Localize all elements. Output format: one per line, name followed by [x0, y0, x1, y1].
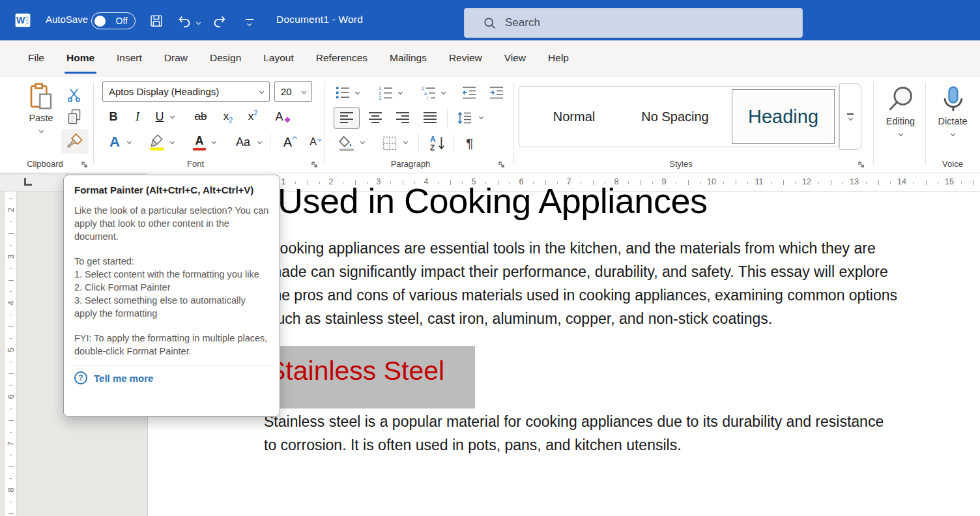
tell-me-more-link[interactable]: ? Tell me more: [74, 371, 269, 384]
paragraph-line: Stainless steel is a popular material fo…: [264, 413, 884, 431]
superscript-2: 2: [253, 109, 257, 117]
svg-text:Z: Z: [430, 143, 435, 152]
increase-indent-button[interactable]: [485, 82, 508, 103]
tab-review[interactable]: Review: [438, 40, 493, 77]
multilevel-list-button[interactable]: 1 a i: [418, 82, 439, 103]
autosave-toggle[interactable]: Off: [91, 12, 136, 29]
tooltip-title: Format Painter (Alt+Ctrl+C, Alt+Ctrl+V): [74, 184, 269, 195]
shrink-font-button[interactable]: A: [304, 130, 327, 154]
save-icon[interactable]: [150, 14, 163, 27]
shading-button[interactable]: [335, 132, 358, 155]
autosave-state: Off: [116, 16, 128, 26]
line-spacing-button[interactable]: [452, 107, 477, 129]
undo-dropdown-chevron[interactable]: [196, 20, 201, 25]
grow-font-button[interactable]: A: [278, 130, 302, 154]
subscript-2: 2: [229, 116, 233, 124]
quick-access-toolbar-icon[interactable]: [246, 19, 253, 20]
change-case-chevron[interactable]: [257, 139, 262, 144]
tooltip-step: 3. Select something else to automaticall…: [74, 294, 269, 320]
editing-button[interactable]: Editing: [876, 83, 925, 155]
decrease-indent-button[interactable]: [457, 82, 481, 103]
align-center-button[interactable]: [362, 107, 388, 129]
tab-mailings[interactable]: Mailings: [379, 40, 438, 77]
font-name-combobox[interactable]: Aptos Display (Headings): [102, 81, 270, 102]
tab-help[interactable]: Help: [537, 40, 580, 77]
tab-draw[interactable]: Draw: [153, 40, 199, 77]
svg-text:W: W: [16, 15, 25, 25]
format-painter-button[interactable]: [61, 129, 89, 154]
search-box[interactable]: Search: [464, 8, 803, 38]
dictate-button[interactable]: Dictate: [928, 83, 977, 155]
section-heading: Stainless Steel: [268, 356, 444, 386]
style-heading-selected[interactable]: Heading: [732, 89, 835, 144]
bold-button[interactable]: B: [103, 106, 124, 128]
sort-button[interactable]: A Z: [425, 132, 451, 155]
borders-chevron[interactable]: [403, 139, 408, 144]
strikethrough-button[interactable]: ab: [188, 106, 214, 128]
italic-button[interactable]: I: [128, 106, 147, 128]
text-effects-chevron[interactable]: [127, 139, 132, 144]
group-divider: [93, 82, 94, 164]
svg-text:a: a: [424, 91, 427, 96]
tab-insert[interactable]: Insert: [106, 40, 153, 77]
tab-view[interactable]: View: [493, 40, 537, 77]
tab-home[interactable]: Home: [55, 40, 106, 77]
paragraph-dialog-launcher-icon[interactable]: [498, 161, 506, 169]
superscript-button[interactable]: x2: [242, 106, 263, 128]
multilevel-chevron[interactable]: [441, 90, 446, 94]
line-spacing-chevron[interactable]: [479, 115, 483, 119]
change-case-button[interactable]: Aa: [229, 130, 257, 154]
underline-chevron[interactable]: [170, 114, 175, 119]
font-name-chevron: [259, 89, 264, 94]
paragraph-group-label: Paragraph: [371, 159, 450, 169]
tab-file[interactable]: File: [17, 40, 55, 77]
styles-dialog-launcher-icon[interactable]: [857, 161, 865, 169]
borders-button[interactable]: [378, 132, 401, 155]
quick-access-toolbar-chevron[interactable]: [247, 22, 252, 26]
numbering-button[interactable]: 1 2 3: [375, 82, 396, 103]
paste-dropdown-chevron: [38, 128, 43, 133]
numbering-chevron[interactable]: [398, 90, 403, 94]
font-dialog-launcher-icon[interactable]: [311, 161, 319, 169]
document-heading: Used in Cooking Appliances: [278, 181, 707, 220]
text-effects-button[interactable]: A: [104, 130, 125, 154]
pilcrow-button[interactable]: ¶: [459, 132, 481, 155]
font-group-label: Font: [156, 159, 235, 169]
highlight-chevron[interactable]: [170, 139, 175, 144]
align-right-button[interactable]: [390, 107, 416, 129]
style-no-spacing[interactable]: No Spacing: [620, 87, 730, 147]
font-color-button[interactable]: A: [189, 130, 210, 154]
paragraph-line: to corrosion. It is often used in pots, …: [264, 437, 682, 454]
tab-selector[interactable]: [18, 175, 38, 190]
format-painter-icon: [66, 132, 84, 150]
font-color-chevron[interactable]: [212, 139, 216, 144]
clear-formatting-button[interactable]: A ◆: [270, 106, 296, 128]
clipboard-dialog-launcher-icon[interactable]: [81, 161, 89, 169]
justify-button[interactable]: [417, 107, 443, 129]
tab-references[interactable]: References: [305, 40, 379, 77]
align-left-button[interactable]: [334, 107, 360, 129]
font-size-combobox[interactable]: 20: [274, 81, 312, 102]
tab-layout[interactable]: Layout: [252, 40, 305, 77]
vertical-ruler[interactable]: 2345678: [5, 192, 17, 516]
dictate-label: Dictate: [928, 116, 977, 126]
copy-icon[interactable]: [66, 108, 82, 125]
tooltip-step: 2. Click Format Painter: [74, 281, 269, 294]
redo-icon[interactable]: [212, 15, 227, 28]
cut-icon[interactable]: [66, 87, 82, 103]
undo-icon[interactable]: [177, 15, 192, 28]
font-color-red-bar: [193, 148, 206, 150]
styles-gallery-more-button[interactable]: [839, 83, 861, 150]
subscript-button[interactable]: x2: [218, 106, 238, 128]
bullets-button[interactable]: [332, 82, 353, 103]
dictate-microphone-icon: [938, 85, 967, 113]
shading-chevron[interactable]: [360, 139, 365, 144]
style-normal[interactable]: Normal: [528, 87, 620, 147]
underline-button[interactable]: U: [151, 106, 168, 128]
bullets-chevron[interactable]: [355, 90, 360, 94]
highlight-button[interactable]: [146, 130, 168, 154]
tab-design[interactable]: Design: [199, 40, 252, 77]
clear-formatting-a: A: [275, 110, 283, 124]
paste-button[interactable]: Paste: [17, 81, 65, 149]
format-painter-tooltip: Format Painter (Alt+Ctrl+C, Alt+Ctrl+V) …: [63, 175, 280, 417]
